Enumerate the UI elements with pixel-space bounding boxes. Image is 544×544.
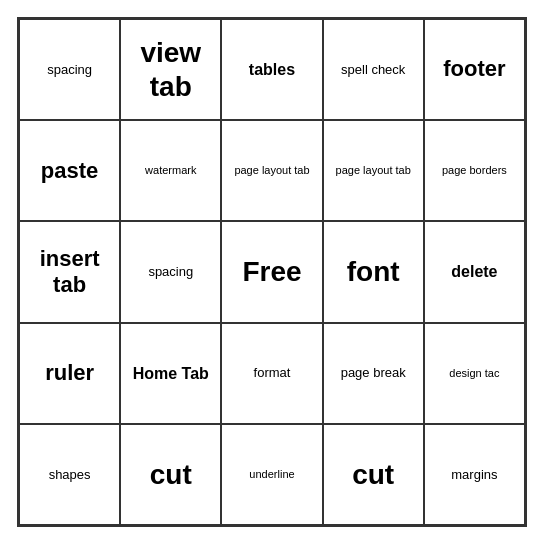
bingo-cell-23: cut [323, 424, 424, 525]
bingo-cell-24: margins [424, 424, 525, 525]
bingo-board: spacingview tabtablesspell checkfooterpa… [17, 17, 527, 527]
bingo-cell-21: cut [120, 424, 221, 525]
cell-text-20: shapes [49, 467, 91, 483]
cell-text-6: watermark [145, 164, 196, 177]
bingo-cell-18: page break [323, 323, 424, 424]
bingo-cell-7: page layout tab [221, 120, 322, 221]
cell-text-10: insert tab [24, 246, 115, 299]
cell-text-22: underline [249, 468, 294, 481]
cell-text-5: paste [41, 158, 98, 184]
bingo-cell-12: Free [221, 221, 322, 322]
bingo-cell-5: paste [19, 120, 120, 221]
cell-text-18: page break [341, 365, 406, 381]
bingo-cell-17: format [221, 323, 322, 424]
cell-text-23: cut [352, 458, 394, 492]
bingo-cell-20: shapes [19, 424, 120, 525]
bingo-cell-19: design tac [424, 323, 525, 424]
cell-text-4: footer [443, 56, 505, 82]
bingo-cell-4: footer [424, 19, 525, 120]
cell-text-15: ruler [45, 360, 94, 386]
cell-text-2: tables [249, 60, 295, 79]
bingo-cell-0: spacing [19, 19, 120, 120]
cell-text-7: page layout tab [234, 164, 309, 177]
bingo-cell-11: spacing [120, 221, 221, 322]
cell-text-9: page borders [442, 164, 507, 177]
bingo-cell-6: watermark [120, 120, 221, 221]
bingo-cell-3: spell check [323, 19, 424, 120]
bingo-cell-22: underline [221, 424, 322, 525]
cell-text-0: spacing [47, 62, 92, 78]
bingo-cell-8: page layout tab [323, 120, 424, 221]
cell-text-16: Home Tab [133, 364, 209, 383]
cell-text-8: page layout tab [336, 164, 411, 177]
cell-text-11: spacing [148, 264, 193, 280]
bingo-cell-1: view tab [120, 19, 221, 120]
cell-text-3: spell check [341, 62, 405, 78]
cell-text-12: Free [242, 255, 301, 289]
cell-text-17: format [254, 365, 291, 381]
cell-text-13: font [347, 255, 400, 289]
bingo-cell-9: page borders [424, 120, 525, 221]
bingo-cell-16: Home Tab [120, 323, 221, 424]
cell-text-21: cut [150, 458, 192, 492]
bingo-cell-13: font [323, 221, 424, 322]
bingo-cell-14: delete [424, 221, 525, 322]
cell-text-14: delete [451, 262, 497, 281]
bingo-cell-15: ruler [19, 323, 120, 424]
cell-text-19: design tac [449, 367, 499, 380]
cell-text-24: margins [451, 467, 497, 483]
bingo-cell-10: insert tab [19, 221, 120, 322]
bingo-cell-2: tables [221, 19, 322, 120]
cell-text-1: view tab [125, 36, 216, 103]
